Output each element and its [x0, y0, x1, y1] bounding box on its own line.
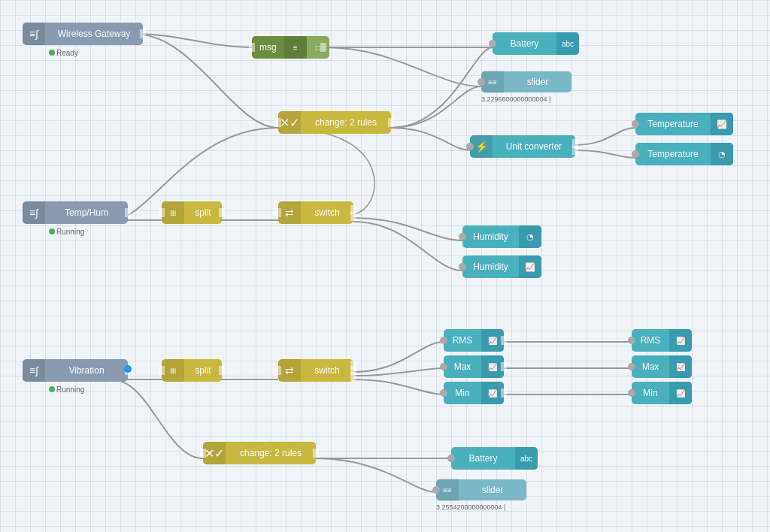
temp-hum-label: Temp/Hum: [45, 207, 128, 218]
humidity-1-gauge-icon: ◔: [519, 225, 541, 248]
temperature-2-label: Temperature: [635, 149, 711, 159]
unit-converter-node[interactable]: ⚡ Unit converter: [470, 135, 575, 158]
vibration-blue-dot: [124, 365, 132, 373]
msg-node[interactable]: msg ≡ □: [252, 36, 323, 59]
msg-input-port[interactable]: [249, 43, 255, 52]
min-2-node[interactable]: Min 📈: [632, 382, 692, 404]
change-rules-1-icon: ✕✓: [278, 111, 301, 134]
temperature-1-label: Temperature: [635, 119, 711, 129]
vibration-status-text: Running: [56, 385, 84, 394]
split-2-input-port[interactable]: [159, 366, 165, 375]
vibration-icon: ≡∫: [23, 359, 45, 382]
switch-1-node[interactable]: ⇄ switch: [278, 201, 353, 224]
switch-1-input-port[interactable]: [275, 208, 281, 217]
rms-2-input-dot[interactable]: [628, 337, 635, 344]
battery-1-node[interactable]: Battery abc: [493, 32, 579, 55]
unit-converter-output-port-2[interactable]: [572, 146, 578, 155]
temperature-1-node[interactable]: Temperature 📈: [635, 113, 733, 135]
rms-1-node[interactable]: RMS 📈: [444, 329, 504, 352]
unit-converter-input-dot[interactable]: [466, 143, 474, 150]
switch-2-node[interactable]: ⇄ switch: [278, 359, 353, 382]
battery-2-type-icon: abc: [515, 447, 538, 470]
msg-icon-list: ≡: [284, 36, 307, 59]
vibration-node[interactable]: ≡∫ Vibration Running: [23, 359, 128, 382]
min-2-input-dot[interactable]: [628, 389, 635, 397]
split-2-node[interactable]: ⊞ split: [162, 359, 222, 382]
wireless-gateway-status-dot: [49, 50, 55, 56]
rms-2-label: RMS: [632, 335, 669, 346]
max-1-node[interactable]: Max 📈: [444, 355, 504, 378]
humidity-1-input-dot[interactable]: [459, 233, 466, 240]
battery-2-label: Battery: [451, 453, 515, 464]
change-rules-2-output-port[interactable]: [313, 449, 319, 458]
slider-1-input-dot[interactable]: [477, 78, 485, 86]
temperature-1-chart-icon: 📈: [711, 113, 733, 135]
humidity-1-node[interactable]: Humidity ◔: [462, 225, 541, 248]
max-1-output-port[interactable]: [501, 362, 507, 371]
slider-2-node[interactable]: ≡≡ slider 3.2554200000000004 |: [436, 479, 526, 500]
temperature-2-input-dot[interactable]: [632, 150, 639, 158]
humidity-2-label: Humidity: [462, 261, 519, 272]
temperature-1-input-dot[interactable]: [632, 120, 639, 128]
vibration-status-dot: [49, 386, 55, 392]
battery-2-input-dot[interactable]: [447, 455, 455, 462]
slider-2-input-dot[interactable]: [432, 486, 440, 494]
temperature-2-node[interactable]: Temperature ◔: [635, 143, 733, 165]
rms-1-input-dot[interactable]: [440, 337, 447, 344]
max-2-input-dot[interactable]: [628, 363, 635, 370]
rms-2-chart-icon: 📈: [669, 329, 692, 352]
max-1-input-dot[interactable]: [440, 363, 447, 370]
switch-2-output-port-3[interactable]: [350, 372, 356, 381]
split-2-icon: ⊞: [162, 359, 184, 382]
min-1-label: Min: [444, 388, 481, 398]
split-1-icon: ⊞: [162, 201, 184, 224]
vibration-label: Vibration: [45, 365, 128, 376]
change-rules-2-input-port[interactable]: [200, 449, 206, 458]
humidity-1-label: Humidity: [462, 231, 519, 242]
rms-1-label: RMS: [444, 335, 481, 346]
temp-hum-node[interactable]: ≡∫ Temp/Hum Running: [23, 201, 128, 224]
min-2-label: Min: [632, 388, 669, 398]
temp-hum-output-port[interactable]: [125, 208, 131, 217]
humidity-2-node[interactable]: Humidity 📈: [462, 255, 541, 278]
wireless-gateway-status-text: Ready: [56, 49, 78, 57]
unit-converter-label: Unit converter: [493, 141, 575, 152]
switch-1-output-port-2[interactable]: [350, 212, 356, 221]
min-1-output-port[interactable]: [501, 388, 507, 397]
change-rules-1-node[interactable]: ✕✓ change: 2 rules: [278, 111, 391, 134]
split-1-input-port[interactable]: [159, 208, 165, 217]
change-rules-2-node[interactable]: ✕✓ change: 2 rules: [203, 442, 316, 464]
split-1-output-port[interactable]: [219, 208, 225, 217]
battery-1-input-dot[interactable]: [489, 40, 496, 47]
wireless-gateway-output-port[interactable]: [140, 29, 146, 38]
min-1-node[interactable]: Min 📈: [444, 382, 504, 404]
split-2-output-port[interactable]: [219, 366, 225, 375]
slider-2-value: 3.2554200000000004 |: [436, 503, 505, 511]
battery-1-label: Battery: [493, 38, 556, 49]
change-rules-1-input-port[interactable]: [275, 118, 281, 127]
switch-2-input-port[interactable]: [275, 366, 281, 375]
connections-svg: [0, 0, 770, 532]
rms-1-output-port[interactable]: [501, 336, 507, 345]
slider-1-node[interactable]: ≡≡ slider 3.2296600000000004 |: [481, 71, 571, 92]
change-rules-2-label: change: 2 rules: [226, 448, 316, 458]
wireless-gateway-node[interactable]: ≡∫ Wireless Gateway Ready: [23, 23, 143, 45]
humidity-2-chart-icon: 📈: [519, 255, 541, 278]
temp-hum-status-dot: [49, 228, 55, 234]
min-1-input-dot[interactable]: [440, 389, 447, 397]
battery-2-node[interactable]: Battery abc: [451, 447, 538, 470]
switch-1-label: switch: [301, 207, 353, 218]
max-2-node[interactable]: Max 📈: [632, 355, 692, 378]
rms-2-node[interactable]: RMS 📈: [632, 329, 692, 352]
msg-output-port[interactable]: [320, 43, 326, 52]
change-rules-2-icon: ✕✓: [203, 442, 226, 464]
change-rules-1-label: change: 2 rules: [301, 117, 391, 128]
wireless-gateway-icon: ≡∫: [23, 23, 45, 45]
split-1-node[interactable]: ⊞ split: [162, 201, 222, 224]
min-2-chart-icon: 📈: [669, 382, 692, 404]
msg-label: msg: [252, 42, 284, 53]
switch-2-icon: ⇄: [278, 359, 301, 382]
max-2-chart-icon: 📈: [669, 355, 692, 378]
change-rules-1-output-port[interactable]: [388, 118, 394, 127]
humidity-2-input-dot[interactable]: [459, 263, 466, 271]
